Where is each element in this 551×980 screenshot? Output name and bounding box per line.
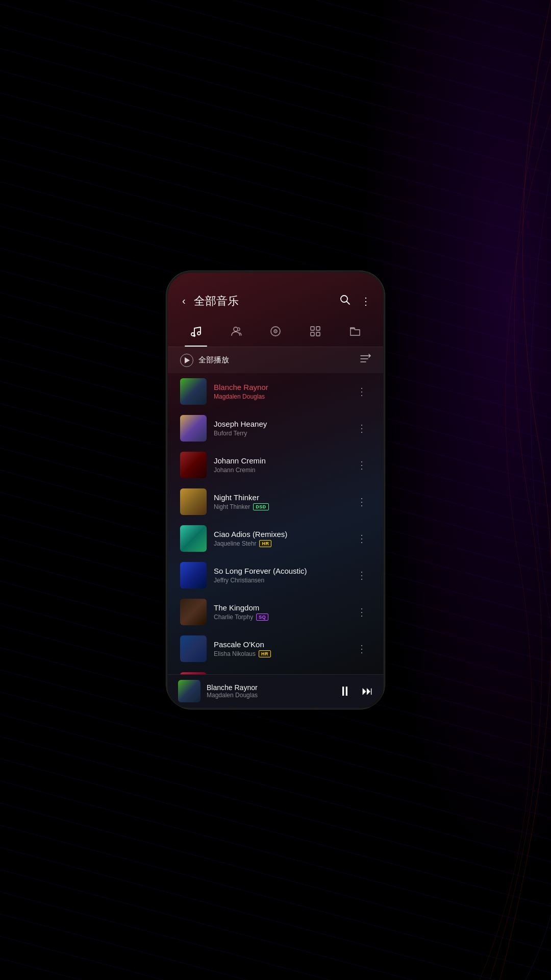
- song-subtitle: Charlie Torphy SQ: [214, 614, 345, 621]
- grid-icon: [309, 325, 321, 340]
- song-info: So Long Forever (Acoustic) Jeffry Christ…: [214, 567, 345, 584]
- song-thumb: [180, 635, 207, 662]
- now-playing-controls: ⏸ ⏭: [338, 683, 373, 699]
- now-playing-thumb: [178, 680, 201, 702]
- svg-rect-11: [316, 327, 320, 330]
- song-thumb: [180, 599, 207, 625]
- pause-button[interactable]: ⏸: [338, 683, 352, 699]
- song-subtitle: Elisha Nikolaus HR: [214, 650, 345, 657]
- list-item[interactable]: Johann Cremin Johann Cremin ⋮: [168, 447, 383, 483]
- quality-badge: SQ: [256, 614, 268, 621]
- quality-badge: DSD: [253, 503, 269, 510]
- song-artist: Johann Cremin: [214, 467, 255, 474]
- song-subtitle: Johann Cremin: [214, 467, 345, 474]
- now-playing-artist: Magdalen Douglas: [207, 692, 332, 699]
- song-more-button[interactable]: ⋮: [353, 641, 371, 657]
- tab-folder[interactable]: [341, 321, 369, 347]
- song-title: Blanche Raynor: [214, 383, 345, 391]
- svg-point-9: [275, 331, 276, 332]
- song-more-button[interactable]: ⋮: [353, 457, 371, 473]
- svg-rect-12: [311, 332, 314, 336]
- header: ‹ 全部音乐 ⋮: [168, 273, 383, 317]
- list-item[interactable]: The Kingdom Charlie Torphy SQ ⋮: [168, 594, 383, 630]
- song-title: Night Thinker: [214, 493, 345, 502]
- tab-albums[interactable]: [261, 321, 290, 347]
- more-options-icon[interactable]: ⋮: [361, 295, 371, 307]
- song-subtitle: Magdalen Douglas: [214, 393, 345, 400]
- song-more-button[interactable]: ⋮: [353, 604, 371, 620]
- svg-point-3: [197, 332, 201, 335]
- song-subtitle: Buford Terry: [214, 430, 345, 437]
- svg-line-1: [347, 302, 350, 305]
- svg-point-6: [234, 327, 238, 331]
- song-title: So Long Forever (Acoustic): [214, 567, 345, 575]
- song-more-button[interactable]: ⋮: [353, 420, 371, 436]
- list-item[interactable]: Ciao Adios (Remixes) Willis Osinski ⋮: [168, 667, 383, 674]
- song-info: Ciao Adios (Remixes) Jaqueline Stehr HR: [214, 530, 345, 547]
- song-title: Joseph Heaney: [214, 420, 345, 428]
- next-button[interactable]: ⏭: [362, 684, 373, 698]
- page-title: 全部音乐: [194, 293, 333, 309]
- search-icon[interactable]: [339, 294, 350, 308]
- song-info: Blanche Raynor Magdalen Douglas: [214, 383, 345, 400]
- song-artist: Elisha Nikolaus: [214, 650, 256, 657]
- song-artist: Jeffry Christiansen: [214, 577, 264, 584]
- song-more-button[interactable]: ⋮: [353, 494, 371, 510]
- list-item[interactable]: Blanche Raynor Magdalen Douglas ⋮: [168, 373, 383, 410]
- song-info: Night Thinker Night Thinker DSD: [214, 493, 345, 510]
- song-artist: Buford Terry: [214, 430, 247, 437]
- albums-icon: [269, 325, 282, 340]
- song-thumb: [180, 452, 207, 478]
- song-artist: Charlie Torphy: [214, 614, 253, 621]
- play-all-left: 全部播放: [180, 354, 229, 367]
- song-info: Joseph Heaney Buford Terry: [214, 420, 345, 437]
- tab-artists[interactable]: [221, 321, 250, 347]
- song-info: Johann Cremin Johann Cremin: [214, 456, 345, 474]
- list-item[interactable]: Joseph Heaney Buford Terry ⋮: [168, 410, 383, 447]
- tab-grid[interactable]: [301, 321, 330, 347]
- list-item[interactable]: Ciao Adios (Remixes) Jaqueline Stehr HR …: [168, 520, 383, 557]
- play-all-circle: [180, 354, 193, 367]
- list-item[interactable]: Night Thinker Night Thinker DSD ⋮: [168, 483, 383, 520]
- now-playing-info: Blanche Raynor Magdalen Douglas: [207, 683, 332, 699]
- song-list: Blanche Raynor Magdalen Douglas ⋮ Joseph…: [168, 373, 383, 674]
- svg-rect-13: [316, 332, 320, 336]
- now-playing-bar[interactable]: Blanche Raynor Magdalen Douglas ⏸ ⏭: [168, 674, 383, 707]
- song-title: The Kingdom: [214, 603, 345, 612]
- song-artist: Night Thinker: [214, 503, 250, 510]
- folder-icon: [349, 325, 361, 340]
- quality-badge: HR: [259, 650, 271, 657]
- music-icon: [190, 325, 202, 340]
- now-playing-title: Blanche Raynor: [207, 683, 332, 692]
- song-artist: Jaqueline Stehr: [214, 540, 256, 547]
- song-subtitle: Jeffry Christiansen: [214, 577, 345, 584]
- song-thumb: [180, 378, 207, 405]
- nav-tabs: [168, 317, 383, 347]
- tab-music[interactable]: [182, 321, 210, 347]
- song-thumb: [180, 488, 207, 515]
- song-thumb: [180, 562, 207, 589]
- song-info: Pascale O'Kon Elisha Nikolaus HR: [214, 640, 345, 657]
- sort-icon[interactable]: [360, 353, 371, 367]
- song-subtitle: Night Thinker DSD: [214, 503, 345, 510]
- list-item[interactable]: Pascale O'Kon Elisha Nikolaus HR ⋮: [168, 630, 383, 667]
- song-title: Ciao Adios (Remixes): [214, 530, 345, 538]
- header-icons: ⋮: [339, 294, 371, 308]
- song-more-button[interactable]: ⋮: [353, 567, 371, 583]
- song-artist: Magdalen Douglas: [214, 393, 265, 400]
- play-triangle-icon: [185, 357, 190, 363]
- song-info: The Kingdom Charlie Torphy SQ: [214, 603, 345, 621]
- play-all-bar[interactable]: 全部播放: [168, 347, 383, 373]
- song-title: Pascale O'Kon: [214, 640, 345, 649]
- song-more-button[interactable]: ⋮: [353, 383, 371, 400]
- quality-badge: HR: [259, 540, 271, 547]
- list-item[interactable]: So Long Forever (Acoustic) Jeffry Christ…: [168, 557, 383, 594]
- play-all-label: 全部播放: [198, 355, 229, 365]
- svg-rect-10: [311, 327, 314, 330]
- phone-frame: ‹ 全部音乐 ⋮: [166, 271, 385, 709]
- artists-icon: [230, 325, 242, 340]
- song-more-button[interactable]: ⋮: [353, 530, 371, 547]
- song-thumb: [180, 415, 207, 442]
- back-button[interactable]: ‹: [180, 293, 188, 309]
- song-thumb: [180, 525, 207, 552]
